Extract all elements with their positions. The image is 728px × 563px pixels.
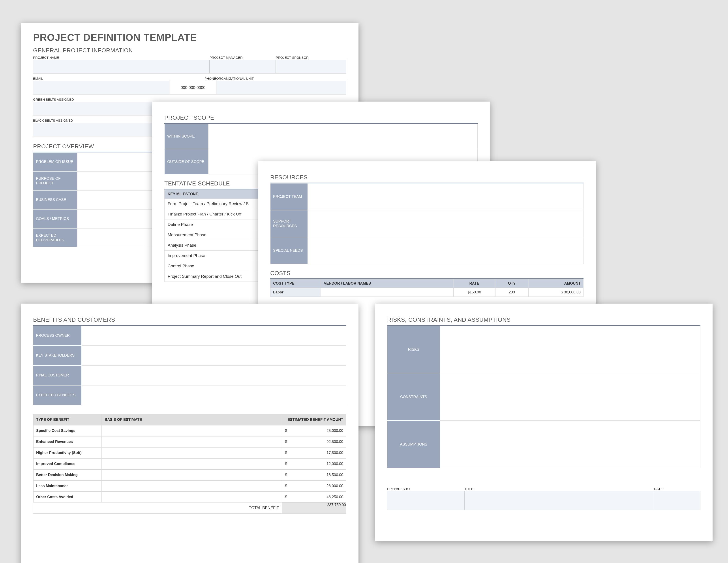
benefits-header-type: TYPE OF BENEFIT	[33, 414, 102, 425]
row-final-customer: FINAL CUSTOMER	[33, 366, 82, 385]
costs-table: COST TYPE VENDOR / LABOR NAMES RATE QTY …	[270, 278, 584, 297]
prepared-row: PREPARED BY TITLE DATE	[387, 487, 700, 510]
val-stakeholders[interactable]	[82, 346, 346, 366]
label-title: TITLE	[464, 487, 654, 491]
benefit-row: Other Costs Avoided46,250.00	[33, 492, 346, 503]
input-project-manager[interactable]	[210, 60, 276, 73]
row-support-resources: SUPPORT RESOURCES	[270, 210, 308, 237]
input-email[interactable]	[33, 81, 170, 94]
cost-type[interactable]: Labor	[270, 288, 321, 297]
label-email: EMAIL	[33, 77, 170, 80]
resources-table: PROJECT TEAM SUPPORT RESOURCES SPECIAL N…	[270, 182, 584, 264]
section-resources: RESOURCES	[270, 174, 584, 181]
row-business-case: BUSINESS CASE	[33, 190, 77, 209]
val-risks[interactable]	[440, 326, 700, 373]
section-benefits: BENEFITS AND CUSTOMERS	[33, 317, 346, 323]
benefits-info-table: PROCESS OWNER KEY STAKEHOLDERS FINAL CUS…	[33, 325, 346, 405]
row-risks: RISKS	[387, 326, 440, 373]
card-risks: RISKS, CONSTRAINTS, AND ASSUMPTIONS RISK…	[375, 304, 713, 541]
benefits-header-basis: BASIS OF ESTIMATE	[102, 414, 282, 425]
label-org-unit: ORGANIZATIONAL UNIT	[216, 77, 346, 80]
label-project-manager: PROJECT MANAGER	[210, 56, 276, 59]
input-title[interactable]	[464, 491, 654, 510]
label-date: DATE	[654, 487, 700, 491]
row-project-team: PROJECT TEAM	[270, 183, 308, 210]
cost-amount[interactable]: $ 30,000.00	[528, 288, 584, 297]
section-scope: PROJECT SCOPE	[164, 114, 478, 121]
benefit-row: Enhanced Revenues92,500.00	[33, 436, 346, 447]
val-assumptions[interactable]	[440, 421, 700, 468]
row-purpose: PURPOSE OF PROJECT	[33, 171, 77, 190]
val-project-team[interactable]	[308, 183, 584, 210]
val-support-resources[interactable]	[308, 210, 584, 237]
costs-header-vendor: VENDOR / LABOR NAMES	[321, 279, 453, 288]
row-special-needs: SPECIAL NEEDS	[270, 237, 308, 264]
row-goals: GOALS / METRICS	[33, 209, 77, 228]
benefit-total-row: TOTAL BENEFIT 237,750.00	[33, 503, 346, 513]
row-constraints: CONSTRAINTS	[387, 373, 440, 421]
costs-header-rate: RATE	[453, 279, 495, 288]
cost-vendor[interactable]	[321, 288, 453, 297]
label-phone: PHONE	[170, 77, 216, 80]
total-amount: 237,750.00	[282, 503, 346, 513]
input-org-unit[interactable]	[216, 81, 346, 94]
row-process-owner: PROCESS OWNER	[33, 326, 82, 346]
benefit-row: Higher Productivity (Soft)17,500.00	[33, 447, 346, 458]
section-general: GENERAL PROJECT INFORMATION	[33, 47, 346, 54]
val-special-needs[interactable]	[308, 237, 584, 264]
row-within-scope: WITHIN SCOPE	[164, 124, 208, 149]
input-date[interactable]	[654, 491, 700, 510]
input-project-name[interactable]	[33, 60, 210, 73]
benefit-row: Specific Cost Savings25,000.00	[33, 425, 346, 436]
label-project-sponsor: PROJECT SPONSOR	[276, 56, 346, 59]
card-benefits: BENEFITS AND CUSTOMERS PROCESS OWNER KEY…	[21, 304, 358, 563]
benefits-table: TYPE OF BENEFIT BASIS OF ESTIMATE ESTIMA…	[33, 414, 346, 514]
page-title: PROJECT DEFINITION TEMPLATE	[33, 32, 346, 43]
val-expected-benefits[interactable]	[82, 385, 346, 405]
row-expected-benefits: EXPECTED BENEFITS	[33, 385, 82, 405]
row-assumptions: ASSUMPTIONS	[387, 421, 440, 468]
label-prepared-by: PREPARED BY	[387, 487, 464, 491]
benefits-header-amount: ESTIMATED BENEFIT AMOUNT	[282, 414, 346, 425]
input-prepared-by[interactable]	[387, 491, 464, 510]
val-process-owner[interactable]	[82, 326, 346, 346]
benefit-row: Better Decision Making18,500.00	[33, 469, 346, 480]
row-problem: PROBLEM OR ISSUE	[33, 152, 77, 171]
total-label: TOTAL BENEFIT	[33, 503, 282, 513]
input-project-sponsor[interactable]	[276, 60, 346, 73]
val-constraints[interactable]	[440, 373, 700, 421]
costs-header-type: COST TYPE	[270, 279, 321, 288]
row-deliverables: EXPECTED DELIVERABLES	[33, 228, 77, 247]
section-risks: RISKS, CONSTRAINTS, AND ASSUMPTIONS	[387, 317, 700, 323]
costs-header-qty: QTY	[495, 279, 528, 288]
cost-rate[interactable]: $150.00	[453, 288, 495, 297]
row-outside-scope: OUTSIDE OF SCOPE	[164, 149, 208, 174]
section-costs: COSTS	[270, 270, 584, 276]
label-green-belts: GREEN BELTS ASSIGNED	[33, 98, 346, 101]
val-final-customer[interactable]	[82, 366, 346, 385]
row-stakeholders: KEY STAKEHOLDERS	[33, 346, 82, 366]
costs-header-amount: AMOUNT	[528, 279, 584, 288]
label-project-name: PROJECT NAME	[33, 56, 210, 59]
val-within-scope[interactable]	[208, 124, 478, 149]
benefit-row: Improved Compliance12,000.00	[33, 458, 346, 469]
input-phone[interactable]: 000-000-0000	[170, 81, 216, 94]
risks-table: RISKS CONSTRAINTS ASSUMPTIONS	[387, 325, 700, 468]
benefit-row: Less Maintenance26,000.00	[33, 480, 346, 492]
cost-qty[interactable]: 200	[495, 288, 528, 297]
costs-row: Labor $150.00 200 $ 30,000.00	[270, 288, 584, 297]
